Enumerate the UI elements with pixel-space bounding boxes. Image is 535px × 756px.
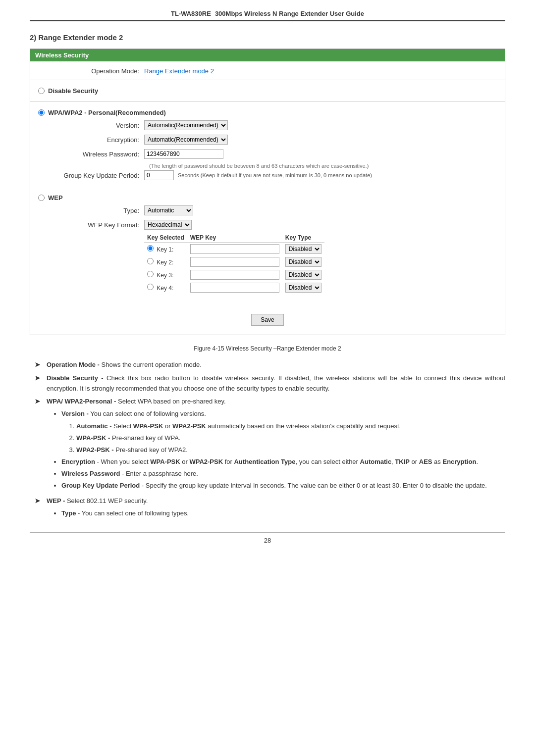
table-row: Key 3: Disabled 64-bit 128-bit 152-bit (144, 268, 324, 281)
key1-type-cell: Disabled 64-bit 128-bit 152-bit (282, 243, 324, 256)
list-item: Group Key Update Period - Specify the gr… (61, 481, 505, 491)
version-select[interactable]: Automatic(Recommended) WPA-PSK WPA2-PSK (144, 120, 228, 130)
password-hint: (The length of password should be betwee… (144, 162, 505, 169)
page-number: 28 (264, 537, 271, 544)
arrow-icon: ➤ (35, 360, 43, 370)
key2-input[interactable] (190, 257, 279, 267)
wep-sub-list: Type - You can select one of following t… (47, 508, 505, 519)
password-input[interactable] (144, 149, 223, 159)
key2-input-cell (187, 255, 282, 268)
key1-selected: Key 1: (144, 243, 187, 256)
wep-radio[interactable] (38, 195, 45, 201)
disable-security-label: Disable Security (48, 87, 98, 95)
key3-radio[interactable] (147, 271, 154, 277)
table-row: Key 4: Disabled 64-bit 128-bit 152-bit (144, 281, 324, 294)
wpa-label: WPA/WPA2 - Personal(Recommended) (48, 109, 166, 116)
type-select[interactable]: Automatic Open System Shared Key (144, 205, 193, 215)
operation-mode-desc: ➤ Operation Mode - Shows the current ope… (30, 360, 505, 370)
wep-key-format-select[interactable]: Hexadecimal ASCII (144, 220, 192, 230)
group-key-value: Seconds (Keep it default if you are not … (144, 170, 500, 180)
operation-mode-desc-text: Operation Mode - Shows the current opera… (47, 360, 505, 370)
operation-mode-value: Range Extender mode 2 (144, 67, 500, 75)
list-item: WPA-PSK - Pre-shared key of WPA. (76, 433, 505, 444)
wireless-security-panel: Wireless Security Operation Mode: Range … (30, 49, 505, 335)
wep-label: WEP (48, 194, 63, 202)
arrow-icon: ➤ (35, 496, 43, 521)
key3-type-select[interactable]: Disabled 64-bit 128-bit 152-bit (285, 270, 321, 280)
password-row: Wireless Password: (30, 148, 505, 160)
key2-selected: Key 2: (144, 255, 187, 268)
key4-input-cell (187, 281, 282, 294)
group-key-input[interactable] (144, 170, 174, 180)
type-label: Type: (35, 207, 144, 214)
key4-type-select[interactable]: Disabled 64-bit 128-bit 152-bit (285, 283, 321, 293)
version-row: Version: Automatic(Recommended) WPA-PSK … (30, 119, 505, 131)
key3-type-cell: Disabled 64-bit 128-bit 152-bit (282, 268, 324, 281)
wpa-radio-row: WPA/WPA2 - Personal(Recommended) (30, 106, 505, 119)
table-row: Key 1: Disabled 64-bit 128-bit 152-bit (144, 243, 324, 256)
password-label: Wireless Password: (35, 151, 144, 158)
type-value: Automatic Open System Shared Key (144, 205, 500, 215)
wep-desc-text: WEP - Select 802.11 WEP security. Type -… (47, 496, 505, 521)
encryption-select[interactable]: Automatic(Recommended) TKIP AES (144, 135, 228, 145)
version-value: Automatic(Recommended) WPA-PSK WPA2-PSK (144, 120, 500, 130)
type-row: Type: Automatic Open System Shared Key (30, 204, 505, 216)
arrow-icon: ➤ (35, 397, 43, 493)
col-wep-key: WEP Key (187, 233, 282, 243)
panel-title: Wireless Security (30, 49, 505, 61)
key1-type-select[interactable]: Disabled 64-bit 128-bit 152-bit (285, 244, 321, 254)
page-header: TL-WA830RE 300Mbps Wireless N Range Exte… (30, 10, 505, 21)
table-row: Key 2: Disabled 64-bit 128-bit 152-bit (144, 255, 324, 268)
col-key-selected: Key Selected (144, 233, 187, 243)
list-item: Type - You can select one of following t… (61, 508, 505, 519)
figure-caption: Figure 4-15 Wireless Security –Range Ext… (30, 345, 505, 352)
key3-input-cell (187, 268, 282, 281)
panel-body: Operation Mode: Range Extender mode 2 Di… (30, 61, 505, 335)
arrow-icon: ➤ (35, 373, 43, 394)
list-item: Encryption - When you select WPA-PSK or … (61, 457, 505, 467)
wep-key-format-row: WEP Key Format: Hexadecimal ASCII (30, 219, 505, 231)
group-key-label: Group Key Update Period: (35, 172, 144, 179)
model-name: TL-WA830RE (171, 10, 211, 17)
key4-type-cell: Disabled 64-bit 128-bit 152-bit (282, 281, 324, 294)
list-item: Wireless Password - Enter a passphrase h… (61, 469, 505, 479)
disable-security-desc-text: Disable Security - Check this box radio … (47, 373, 505, 394)
col-key-type: Key Type (282, 233, 324, 243)
description-section: ➤ Operation Mode - Shows the current ope… (30, 360, 505, 520)
key3-selected: Key 3: (144, 268, 187, 281)
disable-security-radio[interactable] (38, 88, 45, 94)
wep-desc: ➤ WEP - Select 802.11 WEP security. Type… (30, 496, 505, 521)
key2-type-select[interactable]: Disabled 64-bit 128-bit 152-bit (285, 257, 321, 267)
key2-type-cell: Disabled 64-bit 128-bit 152-bit (282, 255, 324, 268)
list-item: WPA2-PSK - Pre-shared key of WPA2. (76, 445, 505, 455)
page-title: 300Mbps Wireless N Range Extender User G… (215, 10, 364, 17)
save-button[interactable]: Save (251, 314, 283, 326)
version-label: Version: (35, 122, 144, 129)
section-heading: 2) Range Extender mode 2 (30, 33, 505, 42)
key1-radio[interactable] (147, 245, 154, 252)
key1-input-cell (187, 243, 282, 256)
operation-mode-label: Operation Mode: (35, 67, 144, 75)
key4-input[interactable] (190, 283, 279, 293)
wep-key-table: Key Selected WEP Key Key Type Key 1: Dis (144, 233, 324, 294)
key3-input[interactable] (190, 270, 279, 280)
disable-security-row: Disable Security (30, 84, 505, 98)
wep-key-format-label: WEP Key Format: (35, 221, 144, 229)
encryption-label: Encryption: (35, 136, 144, 144)
password-value (144, 149, 500, 159)
wep-radio-row: WEP (30, 191, 505, 204)
page-footer: 28 (30, 532, 505, 544)
key2-radio[interactable] (147, 258, 154, 264)
disable-security-desc: ➤ Disable Security - Check this box radi… (30, 373, 505, 394)
group-key-hint: Seconds (Keep it default if you are not … (178, 172, 372, 178)
version-numbered-list: Automatic - Select WPA-PSK or WPA2-PSK a… (61, 421, 505, 455)
wep-key-format-value: Hexadecimal ASCII (144, 220, 500, 230)
wpa-sub-list: Version - You can select one of followin… (47, 409, 505, 491)
key1-input[interactable] (190, 244, 279, 254)
wpa-radio[interactable] (38, 109, 45, 116)
encryption-row: Encryption: Automatic(Recommended) TKIP … (30, 134, 505, 146)
operation-mode-row: Operation Mode: Range Extender mode 2 (30, 66, 505, 76)
encryption-value: Automatic(Recommended) TKIP AES (144, 135, 500, 145)
list-item: Automatic - Select WPA-PSK or WPA2-PSK a… (76, 421, 505, 432)
key4-radio[interactable] (147, 284, 154, 290)
